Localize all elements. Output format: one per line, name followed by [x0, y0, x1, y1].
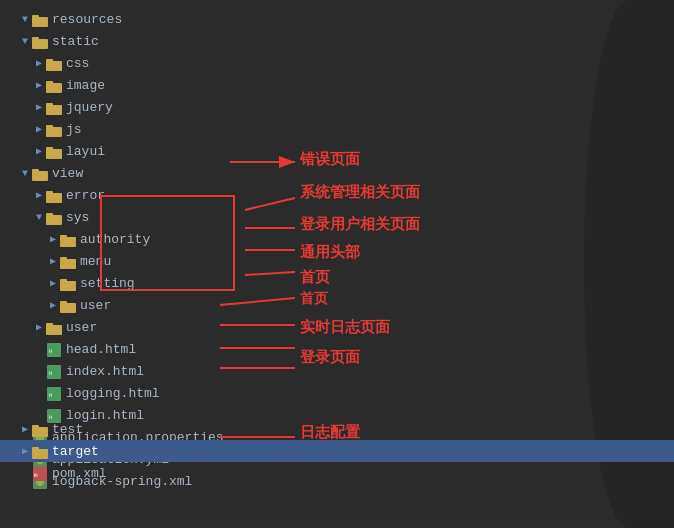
folder-icon — [46, 321, 62, 333]
svg-rect-5 — [46, 59, 53, 62]
svg-rect-3 — [32, 37, 39, 40]
item-label: layui — [66, 144, 105, 159]
item-label: sys — [66, 210, 89, 225]
svg-rect-47 — [32, 447, 39, 450]
item-label: user — [66, 320, 97, 335]
svg-text:H: H — [49, 348, 52, 354]
expand-arrow[interactable] — [32, 57, 46, 69]
svg-rect-16 — [46, 193, 62, 203]
folder-icon — [46, 211, 62, 223]
svg-rect-15 — [32, 169, 39, 172]
svg-rect-17 — [46, 191, 53, 194]
tree-item[interactable]: static — [0, 30, 674, 52]
svg-rect-11 — [46, 125, 53, 128]
svg-rect-21 — [60, 235, 67, 238]
expand-arrow[interactable] — [32, 79, 46, 91]
tree-item[interactable]: authority — [0, 228, 674, 250]
expand-arrow[interactable] — [46, 255, 60, 267]
expand-arrow[interactable] — [46, 233, 60, 245]
expand-arrow[interactable] — [18, 36, 32, 47]
folder-icon — [60, 233, 76, 245]
svg-rect-14 — [32, 171, 48, 181]
expand-arrow[interactable] — [18, 168, 32, 179]
folder-icon — [60, 255, 76, 267]
svg-rect-26 — [60, 303, 76, 313]
expand-arrow[interactable] — [32, 123, 46, 135]
item-label: image — [66, 78, 105, 93]
tree-item[interactable]: H index.html — [0, 360, 674, 382]
tree-item[interactable]: menu — [0, 250, 674, 272]
svg-rect-25 — [60, 279, 67, 282]
svg-rect-4 — [46, 61, 62, 71]
item-label: setting — [80, 276, 135, 291]
folder-icon — [46, 57, 62, 69]
folder-icon — [60, 277, 76, 289]
svg-rect-12 — [46, 149, 62, 159]
item-label: target — [52, 444, 99, 459]
svg-rect-23 — [60, 257, 67, 260]
item-label: jquery — [66, 100, 113, 115]
folder-icon — [46, 79, 62, 91]
tree-item[interactable]: target — [0, 440, 674, 462]
html-file-icon: H — [46, 364, 62, 378]
folder-icon — [46, 101, 62, 113]
tree-item[interactable]: H logging.html — [0, 382, 674, 404]
folder-icon — [32, 35, 48, 47]
tree-item[interactable]: js — [0, 118, 674, 140]
item-label: authority — [80, 232, 150, 247]
item-label: head.html — [66, 342, 136, 357]
svg-text:H: H — [49, 370, 52, 376]
expand-arrow[interactable] — [32, 189, 46, 201]
tree-item[interactable]: resources — [0, 8, 674, 30]
expand-arrow[interactable] — [18, 445, 32, 457]
folder-icon — [46, 123, 62, 135]
item-label: menu — [80, 254, 111, 269]
svg-rect-28 — [46, 325, 62, 335]
tree-item[interactable]: view — [0, 162, 674, 184]
expand-arrow[interactable] — [46, 277, 60, 289]
svg-rect-1 — [32, 15, 39, 18]
maven-file-icon: m — [32, 466, 48, 480]
svg-rect-6 — [46, 83, 62, 93]
svg-text:m: m — [34, 471, 38, 478]
expand-arrow[interactable] — [32, 212, 46, 223]
tree-item[interactable]: test — [0, 418, 674, 440]
expand-arrow[interactable] — [18, 423, 32, 435]
folder-icon — [46, 145, 62, 157]
svg-rect-7 — [46, 81, 53, 84]
tree-item[interactable]: m pom.xml — [0, 462, 674, 484]
folder-icon — [32, 445, 48, 457]
tree-item[interactable]: error — [0, 184, 674, 206]
tree-item[interactable]: user — [0, 316, 674, 338]
tree-item[interactable]: layui — [0, 140, 674, 162]
tree-item[interactable]: user — [0, 294, 674, 316]
item-label: test — [52, 422, 83, 437]
svg-rect-44 — [32, 427, 48, 437]
svg-rect-46 — [32, 449, 48, 459]
expand-arrow[interactable] — [32, 145, 46, 157]
folder-icon — [32, 423, 48, 435]
tree-item[interactable]: setting — [0, 272, 674, 294]
item-label: user — [80, 298, 111, 313]
svg-rect-19 — [46, 213, 53, 216]
tree-item[interactable]: css — [0, 52, 674, 74]
svg-rect-45 — [32, 425, 39, 428]
expand-arrow[interactable] — [32, 321, 46, 333]
svg-rect-27 — [60, 301, 67, 304]
expand-arrow[interactable] — [32, 101, 46, 113]
item-label: static — [52, 34, 99, 49]
tree-item[interactable]: H head.html — [0, 338, 674, 360]
tree-item[interactable]: sys — [0, 206, 674, 228]
expand-arrow[interactable] — [18, 14, 32, 25]
tree-item[interactable]: image — [0, 74, 674, 96]
svg-rect-20 — [60, 237, 76, 247]
folder-icon — [60, 299, 76, 311]
tree-item[interactable]: jquery — [0, 96, 674, 118]
item-label: pom.xml — [52, 466, 107, 481]
svg-rect-8 — [46, 105, 62, 115]
item-label: js — [66, 122, 82, 137]
svg-text:H: H — [49, 392, 52, 398]
expand-arrow[interactable] — [46, 299, 60, 311]
item-label: css — [66, 56, 89, 71]
html-file-icon: H — [46, 342, 62, 356]
